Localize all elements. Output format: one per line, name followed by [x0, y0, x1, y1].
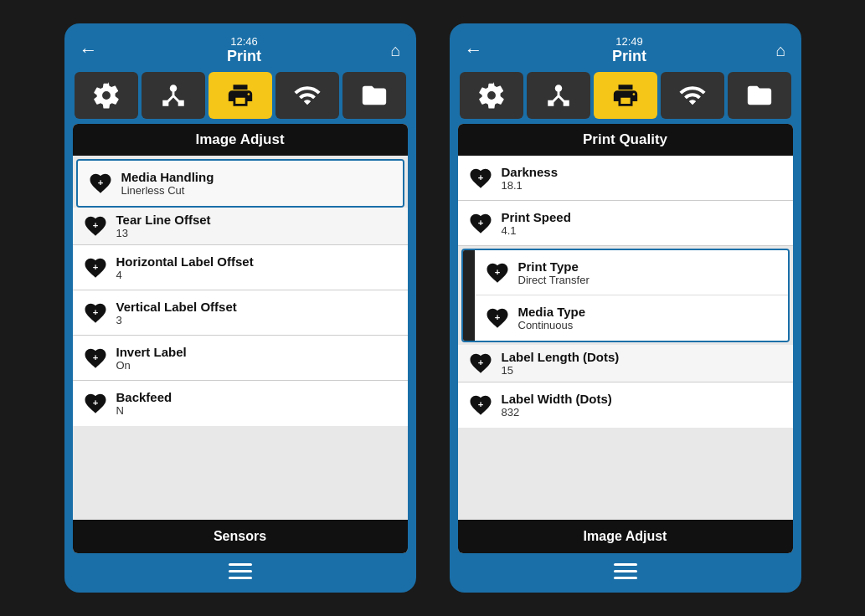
- darkness-text: Darkness 18.1: [502, 165, 559, 192]
- left-toolbar-folder[interactable]: [342, 72, 406, 119]
- right-hamburger[interactable]: [458, 558, 793, 581]
- right-toolbar: [458, 72, 793, 119]
- backfeed-text: Backfeed N: [116, 390, 172, 417]
- hamburger-line-1: [229, 563, 252, 566]
- media-type-item[interactable]: + Media Type Continuous: [475, 295, 788, 341]
- horizontal-label-offset-text: Horizontal Label Offset 4: [116, 254, 254, 281]
- right-hamburger-line-2: [614, 570, 637, 572]
- right-toolbar-folder[interactable]: [728, 72, 791, 119]
- label-width-item[interactable]: + Label Width (Dots) 832: [458, 382, 793, 428]
- invert-label-text: Invert Label On: [116, 345, 187, 372]
- right-back-button[interactable]: ←: [465, 39, 483, 61]
- side-accent: [463, 250, 475, 341]
- left-back-button[interactable]: ←: [80, 39, 98, 61]
- hamburger-line-2: [229, 570, 252, 572]
- media-handling-item[interactable]: + Media Handling Linerless Cut: [78, 161, 403, 206]
- left-bottom-bar[interactable]: Sensors: [73, 520, 408, 553]
- svg-text:+: +: [92, 261, 98, 271]
- left-section-header: Image Adjust: [73, 124, 408, 156]
- print-speed-text: Print Speed 4.1: [502, 210, 571, 237]
- vertical-label-offset-text: Vertical Label Offset 3: [116, 300, 237, 326]
- svg-text:+: +: [92, 352, 98, 362]
- right-hamburger-line-1: [614, 563, 637, 566]
- heart-icon-speed: +: [468, 211, 493, 236]
- svg-text:+: +: [494, 312, 500, 322]
- media-handling-title: Media Handling: [121, 170, 214, 184]
- right-title: Print: [612, 48, 646, 65]
- left-hamburger-icon[interactable]: [229, 563, 252, 579]
- label-length-partial: + Label Length (Dots) 15: [458, 345, 793, 382]
- svg-text:+: +: [477, 357, 483, 367]
- right-hamburger-icon[interactable]: [614, 563, 637, 579]
- right-device: ← 12:49 Print ⌂ Print Quality: [450, 23, 801, 593]
- highlight-group-inner: + Print Type Direct Transfer +: [475, 250, 788, 341]
- tear-line-title: Tear Line Offset: [116, 213, 211, 227]
- left-home-button[interactable]: ⌂: [390, 41, 400, 60]
- heart-icon-3: +: [83, 346, 108, 371]
- heart-icon-1: +: [83, 255, 108, 280]
- left-toolbar-network[interactable]: [142, 72, 205, 119]
- left-toolbar-wireless[interactable]: [275, 72, 339, 119]
- horizontal-label-offset-item[interactable]: + Horizontal Label Offset 4: [73, 245, 408, 290]
- vertical-label-offset-item[interactable]: + Vertical Label Offset 3: [73, 290, 408, 336]
- svg-text:+: +: [477, 399, 483, 409]
- media-handling-value: Linerless Cut: [121, 184, 214, 197]
- invert-label-item[interactable]: + Invert Label On: [73, 336, 408, 381]
- svg-text:+: +: [494, 266, 500, 276]
- tear-line-text: Tear Line Offset 13: [116, 213, 211, 239]
- left-screen: Image Adjust + Media Handling Linerless …: [73, 124, 408, 553]
- svg-text:+: +: [92, 220, 98, 230]
- right-toolbar-print[interactable]: [594, 72, 657, 119]
- heart-icon-4: +: [83, 391, 108, 416]
- left-title: Print: [227, 48, 261, 65]
- print-type-text: Print Type Direct Transfer: [518, 259, 590, 286]
- left-hamburger[interactable]: [73, 558, 408, 581]
- darkness-item[interactable]: + Darkness 18.1: [458, 156, 793, 201]
- heart-icon-partial-right: +: [468, 351, 493, 376]
- heart-icon-darkness: +: [468, 166, 493, 191]
- hamburger-line-3: [229, 577, 252, 579]
- heart-icon-media-type: +: [485, 305, 510, 331]
- backfeed-item[interactable]: + Backfeed N: [73, 381, 408, 426]
- left-menu-list: + Media Handling Linerless Cut + Tear Li…: [73, 156, 408, 520]
- left-header-center: 12:46 Print: [227, 35, 261, 65]
- svg-text:+: +: [477, 217, 483, 227]
- svg-text:+: +: [92, 398, 98, 408]
- right-menu-list: + Darkness 18.1 + Print Speed 4.1: [458, 156, 793, 520]
- left-highlighted-item[interactable]: + Media Handling Linerless Cut: [76, 159, 404, 208]
- left-time: 12:46: [230, 35, 258, 48]
- right-highlighted-group: + Print Type Direct Transfer +: [461, 249, 790, 342]
- left-header: ← 12:46 Print ⌂: [73, 32, 408, 67]
- media-handling-text: Media Handling Linerless Cut: [121, 170, 214, 197]
- heart-plus-icon: +: [88, 171, 113, 196]
- svg-text:+: +: [97, 177, 103, 187]
- print-speed-item[interactable]: + Print Speed 4.1: [458, 201, 793, 246]
- right-toolbar-network[interactable]: [527, 72, 590, 119]
- svg-text:+: +: [92, 306, 98, 316]
- heart-icon-partial: +: [83, 213, 108, 239]
- right-toolbar-settings[interactable]: [460, 72, 523, 119]
- label-length-text: Label Length (Dots) 15: [502, 350, 620, 377]
- left-device: ← 12:46 Print ⌂ Image Adjust: [64, 23, 416, 593]
- tear-line-value: 13: [116, 227, 211, 239]
- left-toolbar: [73, 72, 408, 119]
- left-toolbar-settings[interactable]: [75, 72, 138, 119]
- media-type-text: Media Type Continuous: [518, 305, 586, 331]
- right-time: 12:49: [615, 35, 643, 48]
- print-type-item[interactable]: + Print Type Direct Transfer: [475, 250, 788, 295]
- tear-line-partial: + Tear Line Offset 13: [73, 208, 408, 245]
- label-width-text: Label Width (Dots) 832: [502, 392, 612, 418]
- right-screen: Print Quality + Darkness 18.1 +: [458, 124, 793, 553]
- heart-icon-2: +: [83, 300, 108, 326]
- right-home-button[interactable]: ⌂: [775, 41, 785, 60]
- right-section-header: Print Quality: [458, 124, 793, 156]
- right-header-center: 12:49 Print: [612, 35, 646, 65]
- right-bottom-bar[interactable]: Image Adjust: [458, 520, 793, 553]
- right-hamburger-line-3: [614, 577, 637, 579]
- heart-icon-print-type: +: [485, 260, 510, 285]
- heart-icon-label-width: +: [468, 393, 493, 418]
- svg-text:+: +: [477, 172, 483, 182]
- right-header: ← 12:49 Print ⌂: [458, 32, 793, 67]
- right-toolbar-wireless[interactable]: [661, 72, 724, 119]
- left-toolbar-print[interactable]: [209, 72, 272, 119]
